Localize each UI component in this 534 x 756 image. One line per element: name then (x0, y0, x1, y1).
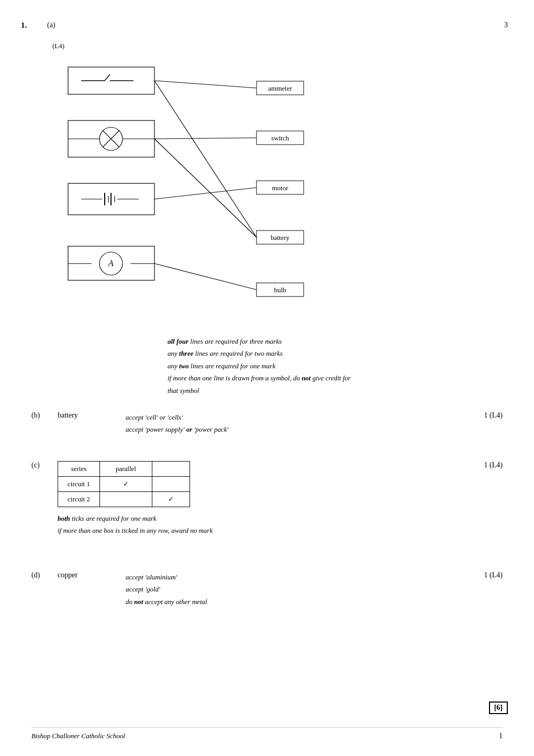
footer: Bishop Challoner Catholic School 1 (31, 727, 503, 740)
part-c-accept2: if more than one box is ticked in any ro… (58, 524, 461, 536)
part-b-marks: 1 (L4) (461, 411, 503, 420)
circuit-svg: A ammeter switch motor battery bulb (52, 52, 366, 330)
note-line-2: any three lines are required for two mar… (168, 347, 351, 359)
note-line-1: all four lines are required for three ma… (168, 335, 351, 347)
part-d-accept3: do not accept any other metal (126, 596, 461, 608)
footer-page: 1 (499, 732, 503, 740)
part-b-notes: accept 'cell' or 'cells' accept 'power s… (126, 411, 461, 436)
part-d-accept1: accept 'aluminium' (126, 571, 461, 583)
svg-text:A: A (108, 259, 114, 268)
part-b: (b) battery accept 'cell' or 'cells' acc… (31, 411, 503, 436)
circuit-table: series parallel circuit 1 ✓ circuit 2 ✓ (58, 461, 190, 507)
svg-line-35 (154, 264, 257, 290)
svg-line-37 (154, 139, 257, 237)
part-b-accept2: accept 'power supply' or 'power pack' (126, 423, 461, 435)
svg-text:bulb: bulb (274, 286, 286, 294)
circuit-1-label: circuit 1 (58, 477, 100, 492)
part-b-letter: (b) (31, 411, 58, 420)
part-d-accept2: accept 'gold' (126, 583, 461, 595)
page-number-top: 3 (504, 21, 508, 29)
part-c-accept1: both ticks are required for one mark (58, 512, 461, 524)
table-header-parallel: parallel (99, 462, 152, 477)
circuit-1-series: ✓ (99, 477, 152, 492)
table-header-blank: series (58, 462, 100, 477)
svg-text:ammeter: ammeter (268, 84, 292, 92)
part-a-label: (a) (47, 21, 55, 29)
svg-text:switch: switch (271, 134, 289, 142)
svg-line-33 (154, 138, 257, 139)
part-d-answer: copper (58, 571, 126, 579)
svg-line-32 (154, 81, 257, 88)
table-header-extra (152, 462, 190, 477)
footer-school: Bishop Challoner Catholic School (31, 732, 125, 740)
note-line-3: any two lines are required for one mark (168, 360, 351, 372)
circuit-2-label: circuit 2 (58, 492, 100, 507)
part-c-marks: 1 (L4) (461, 461, 503, 469)
part-b-answer: battery (58, 411, 126, 420)
svg-text:battery: battery (271, 234, 290, 242)
svg-text:motor: motor (272, 184, 288, 192)
part-c-content: series parallel circuit 1 ✓ circuit 2 ✓ (58, 461, 461, 537)
part-c: (c) series parallel circuit 1 ✓ circuit … (31, 461, 503, 537)
circuit-diagram: A ammeter switch motor battery bulb (52, 52, 366, 330)
part-c-letter: (c) (31, 461, 58, 469)
part-d-notes: accept 'aluminium' accept 'gold' do not … (126, 571, 461, 608)
circuit-2-series (99, 492, 152, 507)
note-line-4: if more than one line is drawn from a sy… (168, 372, 351, 397)
part-d: (d) copper accept 'aluminium' accept 'go… (31, 571, 503, 608)
circuit-1-parallel (152, 477, 190, 492)
part-d-letter: (d) (31, 571, 58, 579)
marking-notes-a: all four lines are required for three ma… (168, 335, 351, 397)
total-marks: [6] (489, 702, 508, 714)
svg-line-34 (154, 81, 257, 237)
level-label: (L4) (52, 42, 64, 50)
question-number: 1. (21, 21, 27, 30)
svg-line-36 (154, 188, 257, 199)
part-b-accept1: accept 'cell' or 'cells' (126, 411, 461, 423)
circuit-2-parallel: ✓ (152, 492, 190, 507)
table-row: circuit 2 ✓ (58, 492, 190, 507)
table-row: circuit 1 ✓ (58, 477, 190, 492)
part-d-marks: 1 (L4) (461, 571, 503, 579)
